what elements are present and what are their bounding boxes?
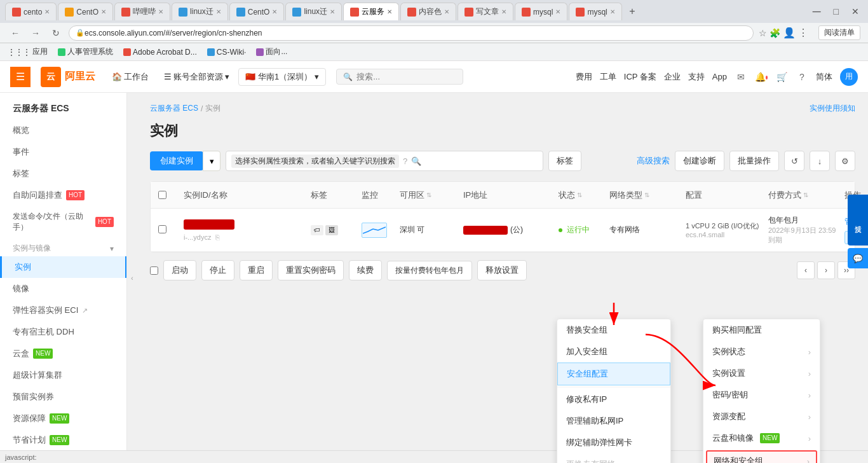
sidebar-item-eci[interactable]: 弹性容器实例 ECI ↗ — [0, 300, 126, 321]
header-enterprise-link[interactable]: 企业 — [664, 71, 681, 83]
bottom-restart-btn[interactable]: 重启 — [240, 260, 273, 280]
instance-id-link[interactable] — [184, 219, 306, 232]
create-diagnosis-button[interactable]: 创建诊断 — [675, 151, 724, 171]
refresh-table-button[interactable]: ↺ — [784, 151, 804, 171]
browser-tab-5[interactable]: CentO ✕ — [229, 3, 285, 20]
header-support-link[interactable]: 支持 — [688, 71, 705, 83]
bookmark-cswiki[interactable]: CS-Wiki· — [205, 46, 249, 58]
feedback-widget[interactable]: 反馈 — [848, 195, 868, 245]
nav-workbench[interactable]: 🏠 工作台 — [105, 67, 155, 86]
tag-button[interactable]: 标签 — [548, 151, 581, 171]
select-all-checkbox[interactable] — [158, 191, 166, 199]
more-options-icon[interactable]: ⋮ — [798, 27, 808, 39]
tab-close-5[interactable]: ✕ — [272, 8, 277, 15]
chat-widget[interactable]: 💬 — [848, 248, 868, 268]
tab-close-8[interactable]: ✕ — [444, 8, 449, 15]
batch-operation-button[interactable]: 批量操作 — [729, 151, 779, 171]
header-icp-link[interactable]: ICP 备案 — [624, 71, 656, 83]
dropdown-item-join-sg[interactable]: 加入安全组 — [557, 341, 670, 363]
create-dropdown-button[interactable]: ▾ — [203, 151, 220, 171]
settings-button[interactable]: ⚙ — [835, 151, 855, 171]
dropdown2-item-network-sg[interactable]: 网络和安全组 › — [706, 450, 817, 463]
header-search[interactable]: 🔍 — [336, 69, 463, 85]
minimize-btn[interactable]: ─ — [809, 5, 825, 18]
monitor-chart[interactable] — [362, 223, 387, 238]
forward-button[interactable]: → — [28, 25, 43, 41]
search-help-icon[interactable]: ? — [403, 156, 407, 166]
lang-selector[interactable]: 简体 — [816, 71, 832, 83]
create-instance-button[interactable]: 创建实例 — [150, 151, 203, 170]
aliyun-logo[interactable]: 云 阿里云 — [41, 67, 95, 87]
dropdown-item-bind-nic[interactable]: 绑定辅助弹性网卡 — [557, 432, 670, 453]
refresh-button[interactable]: ↻ — [48, 25, 64, 41]
bottom-release-btn[interactable]: 释放设置 — [477, 260, 527, 280]
browser-tab-1[interactable]: cento ✕ — [5, 3, 57, 20]
dropdown2-item-password[interactable]: 密码/密钥 › — [703, 384, 820, 406]
tag-icon-1[interactable]: 🏷 — [311, 225, 323, 235]
tab-close-1[interactable]: ✕ — [44, 8, 50, 15]
sidebar-item-instances[interactable]: 实例 — [0, 256, 126, 278]
dropdown-item-change-vpc[interactable]: 更换专有网络 — [557, 453, 670, 463]
header-order-link[interactable]: 工单 — [600, 71, 616, 83]
tag-icon-2[interactable]: 🖼 — [325, 225, 338, 235]
menu-toggle-button[interactable]: ☰ — [10, 67, 31, 87]
browser-tab-10[interactable]: mysql ✕ — [515, 3, 567, 20]
maximize-btn[interactable]: □ — [830, 6, 843, 17]
dropdown2-item-instance-settings[interactable]: 实例设置 › — [703, 363, 820, 384]
header-region-selector[interactable]: 🇨🇳 华南1（深圳） ▾ — [238, 68, 326, 86]
bottom-convert-pay-btn[interactable]: 按量付费转包年包月 — [387, 261, 472, 280]
tab-close-10[interactable]: ✕ — [555, 8, 560, 15]
tab-close-9[interactable]: ✕ — [501, 8, 506, 15]
account-icon[interactable]: 👤 — [783, 27, 796, 39]
sidebar-item-events[interactable]: 事件 — [0, 141, 126, 163]
bottom-renew-btn[interactable]: 续费 — [349, 260, 382, 280]
header-app-link[interactable]: App — [712, 72, 727, 81]
question-icon[interactable]: ? — [796, 71, 808, 83]
reading-list-btn[interactable]: 阅读清单 — [818, 25, 860, 40]
dropdown-item-sg-config[interactable]: 安全组配置 — [557, 363, 670, 385]
dropdown-item-manage-private-ip[interactable]: 管理辅助私网IP — [557, 410, 670, 432]
copy-icon[interactable]: ⎘ — [215, 233, 220, 241]
sidebar-item-cloudbox[interactable]: 云盒 NEW — [0, 343, 126, 364]
browser-tab-6[interactable]: linux迁 ✕ — [285, 3, 342, 20]
back-button[interactable]: ← — [8, 25, 23, 41]
dropdown-item-replace-sg[interactable]: 替换安全组 — [557, 319, 670, 341]
prev-page-btn[interactable]: ‹ — [797, 261, 815, 279]
bell-icon[interactable]: 🔔 — [755, 71, 768, 83]
bookmark-other[interactable]: 面向... — [254, 45, 290, 59]
sidebar-item-overview[interactable]: 概览 — [0, 120, 126, 141]
dropdown2-item-disk-image[interactable]: 云盘和镜像 NEW › — [703, 427, 820, 449]
browser-tab-3[interactable]: 哔哩哔 ✕ — [114, 3, 170, 20]
dropdown2-item-buy-same[interactable]: 购买相同配置 — [703, 319, 820, 341]
cart-icon[interactable]: 🛒 — [775, 71, 788, 83]
new-tab-button[interactable]: + — [623, 3, 641, 20]
sidebar-section-instance[interactable]: 实例与镜像 ▾ — [0, 238, 126, 256]
tab-close-7[interactable]: ✕ — [387, 8, 392, 15]
bottom-reset-pwd-btn[interactable]: 重置实例密码 — [278, 260, 344, 280]
tab-close-6[interactable]: ✕ — [330, 8, 335, 15]
dropdown2-item-resource-config[interactable]: 资源变配 › — [703, 406, 820, 427]
sidebar-item-saving-plan[interactable]: 节省计划 NEW — [0, 429, 126, 451]
bookmark-star-icon[interactable]: ☆ — [759, 28, 767, 38]
extensions-icon[interactable]: 🧩 — [770, 28, 780, 38]
sidebar-item-command[interactable]: 发送命令/文件（云助手） HOT — [0, 206, 126, 238]
page-notice-link[interactable]: 实例使用须知 — [810, 103, 855, 114]
tab-close-2[interactable]: ✕ — [101, 8, 106, 15]
tab-close-4[interactable]: ✕ — [216, 8, 221, 15]
advanced-search-link[interactable]: 高级搜索 — [637, 155, 670, 167]
search-filter[interactable]: 选择实例属性项搜索，或者输入关键字识别搜索 ? 🔍 — [226, 151, 543, 171]
row-select-checkbox[interactable] — [158, 225, 166, 233]
bottom-stop-btn[interactable]: 停止 — [201, 260, 234, 280]
browser-tab-7[interactable]: 云服务 ✕ — [343, 3, 399, 20]
mail-icon[interactable]: ✉ — [735, 71, 747, 83]
browser-tab-2[interactable]: CentO ✕ — [58, 3, 113, 20]
search-input[interactable] — [356, 72, 456, 81]
search-submit-icon[interactable]: 🔍 — [411, 156, 421, 166]
url-bar[interactable]: 🔒 ecs.console.aliyun.com/#/server/region… — [69, 25, 754, 41]
browser-tab-11[interactable]: mysql ✕ — [569, 3, 621, 20]
browser-tab-9[interactable]: 写文章 ✕ — [458, 3, 513, 20]
bottom-start-btn[interactable]: 启动 — [163, 260, 196, 280]
sidebar-item-resource-guarantee[interactable]: 资源保障 NEW — [0, 408, 126, 429]
tab-close-11[interactable]: ✕ — [610, 8, 615, 15]
sidebar-item-ddh[interactable]: 专有宿主机 DDH — [0, 321, 126, 343]
